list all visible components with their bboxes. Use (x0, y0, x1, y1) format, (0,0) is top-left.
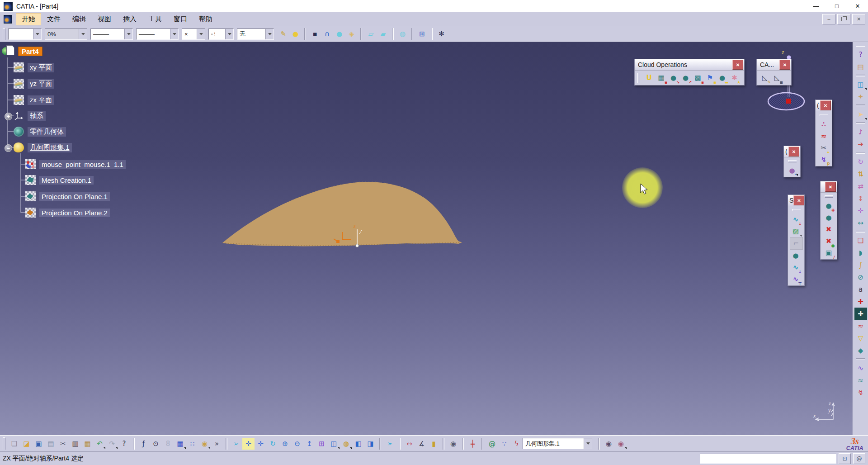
swap-space-icon[interactable]: ◉ (615, 438, 627, 450)
dropdown-arrow-icon[interactable] (800, 235, 802, 237)
chevron-down-icon[interactable] (265, 29, 274, 39)
maximize-button[interactable]: □ (826, 0, 847, 12)
menu-view[interactable]: 视图 (92, 13, 117, 25)
structure-icon[interactable]: ∷ (186, 438, 198, 450)
close-icon[interactable]: ✕ (732, 60, 743, 70)
cloud-transform-icon[interactable]: ↻ (854, 156, 867, 168)
palette-drag-handle[interactable] (792, 209, 801, 211)
palette-title-bar[interactable]: ( ✕ (784, 146, 800, 157)
tree-item-label[interactable]: mouse_point_mouse.1_1.1 (39, 160, 126, 169)
line-type-combo[interactable]: ——— (90, 28, 133, 40)
quad-view-icon[interactable]: ⊞ (316, 438, 328, 450)
copy-icon[interactable]: ▥ (69, 438, 81, 450)
tree-item-projection-2[interactable]: Projection On Plane.2 (25, 207, 110, 218)
surface-icon[interactable]: ● (333, 28, 345, 40)
menu-tools[interactable]: 工具 (142, 13, 168, 25)
opacity-combo[interactable]: 0% (45, 28, 87, 40)
tree-item-label[interactable]: yz 平面 (28, 79, 54, 89)
cloud-export-icon[interactable]: ▦▪ (655, 72, 667, 84)
cut-icon[interactable]: ✂ (57, 438, 69, 450)
cloud-help-icon[interactable]: ? (854, 48, 867, 61)
menu-file[interactable]: 文件 (41, 13, 66, 25)
mesh-band-icon[interactable]: ≈ (818, 130, 830, 142)
render-mode-combo[interactable]: ▫ ⁝ (208, 28, 234, 40)
mesh-letter-icon[interactable]: a (854, 283, 867, 295)
tree-item-label[interactable]: 轴系 (28, 111, 46, 121)
open-folder-icon[interactable]: ◪ (20, 438, 33, 450)
cloud-sparkle-icon[interactable]: ✱★ (728, 72, 741, 84)
chevron-down-icon[interactable] (197, 29, 205, 39)
mesh-create-icon[interactable]: ●✚ (823, 200, 835, 212)
link-icon[interactable]: 8 (162, 438, 174, 450)
cloud-split-icon[interactable]: ✛ (854, 204, 867, 217)
save-icon[interactable]: ▣ (33, 438, 45, 450)
close-icon[interactable]: ✕ (825, 182, 836, 192)
hexa-mesh-icon[interactable]: ◆ (854, 344, 867, 356)
axis-rotate-icon[interactable]: ●↷ (786, 165, 798, 176)
update-icon[interactable]: ϟ (510, 438, 523, 450)
catalog-icon[interactable]: » (211, 438, 223, 450)
mesh-surface-icon[interactable]: ✦ (854, 90, 867, 103)
cloud-export-arrow-icon[interactable]: ➔ (854, 138, 867, 150)
curve-tools-icon[interactable]: ∿⊤ (790, 273, 802, 285)
patch-cross-icon[interactable]: ✚ (854, 308, 867, 320)
zigzag-arrow-icon[interactable]: ↯ (854, 386, 867, 399)
mesh-plus-icon[interactable]: ✚ (854, 295, 867, 308)
cloud-axis-icon[interactable]: ↕ (854, 192, 867, 204)
cloud-remove-icon[interactable]: ●↘ (667, 72, 679, 84)
triangle-drop-icon[interactable]: ▽ (854, 332, 867, 344)
freeform-curve-icon[interactable]: ∿ (854, 362, 867, 374)
formula-icon[interactable]: ƒ (137, 438, 150, 450)
mesh-part-icon[interactable]: ● (790, 250, 802, 261)
3d-viewport[interactable]: z z (0, 42, 868, 435)
dropdown-arrow-icon[interactable] (865, 88, 867, 90)
palette-title-bar[interactable]: S ✕ (788, 195, 804, 206)
undo-icon[interactable]: ↶ (94, 438, 106, 450)
view-b-icon[interactable]: ◨ (364, 438, 377, 450)
fly-mode-icon[interactable]: ➣ (384, 438, 396, 450)
point-symbol-combo[interactable]: × (182, 28, 205, 40)
toolbar-drag-handle[interactable] (3, 28, 5, 40)
dropdown-arrow-icon[interactable] (865, 118, 867, 120)
dropdown-arrow-icon[interactable] (796, 174, 798, 176)
comment-icon[interactable]: ⊙ (150, 438, 162, 450)
help-pointer-icon[interactable]: ? (118, 438, 130, 450)
menu-window[interactable]: 窗口 (168, 13, 193, 25)
lock-icon[interactable]: ◉ (198, 438, 211, 450)
point-icon[interactable]: ▪ (309, 28, 321, 40)
layer-combo[interactable]: 无 (237, 28, 274, 40)
hide-show-icon[interactable]: ◉ (603, 438, 615, 450)
extrude-view2-icon[interactable]: ▰ (377, 28, 389, 40)
layer-book-icon[interactable]: ▤ (854, 61, 867, 73)
palette-title-bar[interactable]: CA... ✕ (757, 59, 791, 71)
sketch-draw-icon[interactable]: ◺✎ (759, 72, 771, 84)
paste-icon[interactable]: ▦ (81, 438, 94, 450)
tree-item-yz-plane[interactable]: yz 平面 (14, 78, 54, 90)
remove-icon[interactable]: ✖ (823, 223, 835, 235)
line-weight-combo[interactable]: ——— (136, 28, 179, 40)
fly-plane-icon[interactable]: ➢ (230, 438, 242, 450)
select-arrow-icon[interactable]: ➤ (854, 108, 867, 120)
close-icon[interactable]: ✕ (779, 60, 790, 70)
close-button[interactable]: ✕ (847, 0, 868, 12)
mesh-offset-icon[interactable]: ● (823, 212, 835, 223)
collapse-minus-icon[interactable]: − (5, 144, 12, 152)
fit-all-icon[interactable]: ✛ (242, 438, 255, 450)
grid-icon[interactable]: ⊞ (416, 28, 428, 40)
chevron-down-icon[interactable] (79, 29, 87, 39)
menu-insert[interactable]: 插入 (117, 13, 142, 25)
scan-curve-icon[interactable]: ∿↓ (790, 214, 802, 225)
minimize-button[interactable]: — (806, 0, 826, 12)
command-input[interactable] (700, 454, 836, 464)
measure-icon[interactable]: ↔ (403, 438, 415, 450)
settings-sparkle-icon[interactable]: ✻ (435, 28, 448, 40)
extrude-view-icon[interactable]: ▱ (365, 28, 377, 40)
tree-item-partbody[interactable]: 零件几何体 (14, 126, 66, 138)
remove-mesh-icon[interactable]: ✖● (823, 235, 835, 247)
dropdown-arrow-icon[interactable] (625, 447, 627, 449)
instantiate-icon[interactable]: ∵ (498, 438, 510, 450)
tree-item-label[interactable]: Projection On Plane.1 (39, 192, 110, 201)
palette-title-bar[interactable]: ( ✕ (816, 100, 832, 111)
work-object-combo[interactable]: 几何图形集.1 (523, 438, 592, 449)
new-file-icon[interactable]: ❏ (8, 438, 20, 450)
